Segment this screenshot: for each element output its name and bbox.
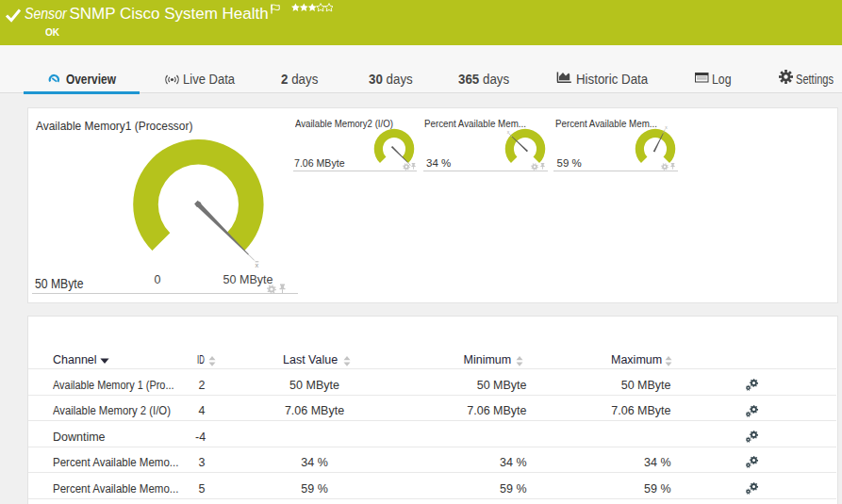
svg-text:x: x [256, 261, 259, 269]
svg-text:x: x [665, 124, 668, 130]
